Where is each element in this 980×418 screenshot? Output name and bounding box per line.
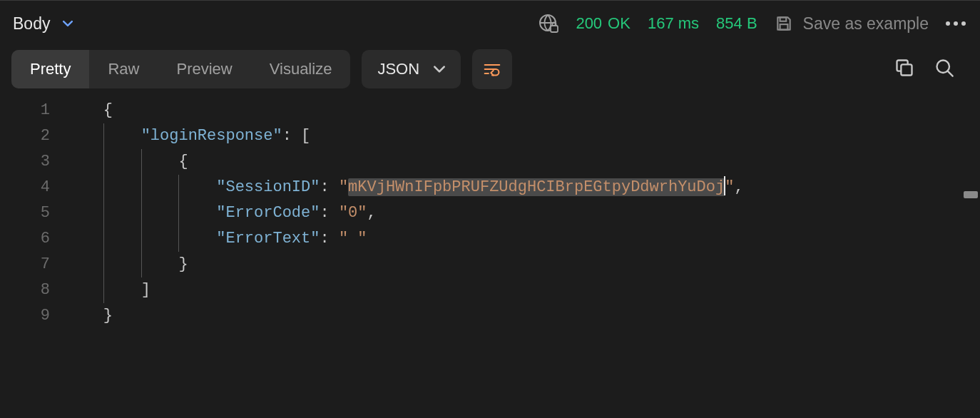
body-label: Body — [13, 14, 50, 34]
save-label: Save as example — [803, 14, 929, 34]
search-icon — [934, 58, 954, 78]
chevron-down-icon — [434, 63, 445, 75]
response-size: 854 B — [716, 14, 757, 33]
wrap-icon — [484, 61, 501, 77]
line-number: 9 — [0, 303, 66, 329]
svg-rect-4 — [901, 64, 912, 75]
tab-visualize[interactable]: Visualize — [251, 50, 351, 88]
svg-rect-2 — [780, 17, 786, 21]
format-label: JSON — [377, 60, 419, 78]
svg-rect-3 — [780, 24, 787, 30]
format-dropdown[interactable]: JSON — [362, 50, 461, 88]
line-number: 7 — [0, 252, 66, 277]
line-number: 8 — [0, 277, 66, 303]
save-icon — [775, 14, 793, 33]
status-code: 200 OK — [576, 14, 631, 33]
response-body[interactable]: 1 { 2 "loginResponse": [ 3 { 4 "SessionI… — [0, 96, 980, 329]
tab-preview[interactable]: Preview — [158, 50, 250, 88]
response-time: 167 ms — [648, 14, 699, 33]
selected-text: mKVjHWnIFpbPRUFZUdgHCIBrpEGtpyDdwrhYuDoj — [348, 178, 725, 196]
tab-raw[interactable]: Raw — [89, 50, 158, 88]
line-number: 1 — [0, 98, 66, 123]
line-number: 3 — [0, 149, 66, 175]
minimap-gutter[interactable] — [961, 0, 980, 418]
chevron-down-icon — [63, 19, 73, 29]
copy-icon — [894, 58, 914, 78]
save-as-example-button[interactable]: Save as example — [775, 14, 929, 34]
scroll-mark — [964, 191, 978, 198]
view-mode-segment: Pretty Raw Preview Visualize — [11, 50, 350, 88]
line-number: 2 — [0, 123, 66, 149]
body-dropdown[interactable]: Body — [13, 14, 73, 34]
text-cursor — [724, 176, 725, 195]
wrap-lines-button[interactable] — [472, 49, 512, 89]
line-number: 4 — [0, 175, 66, 200]
network-lock-icon — [539, 14, 558, 34]
line-number: 5 — [0, 200, 66, 226]
line-number: 6 — [0, 226, 66, 252]
copy-button[interactable] — [890, 53, 919, 85]
svg-rect-1 — [551, 26, 558, 32]
search-button[interactable] — [930, 53, 959, 85]
tab-pretty[interactable]: Pretty — [11, 50, 89, 88]
